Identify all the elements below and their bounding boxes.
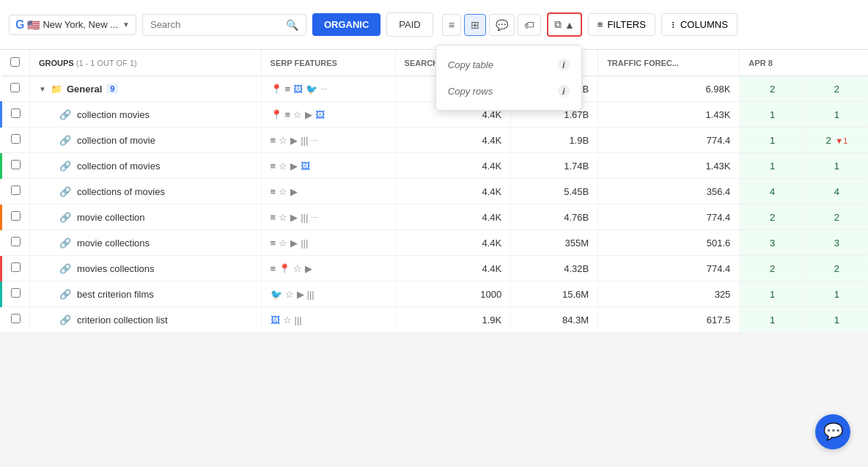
row-serp-cell: ≡📍☆▶: [261, 256, 395, 282]
row-keyword-cell: 🔗 movies collections: [30, 256, 262, 282]
keyword-link-icon[interactable]: 🔗: [59, 315, 71, 326]
row-checkbox[interactable]: [11, 160, 21, 169]
header-groups: GROUPS (1 - 1 OUT OF 1): [30, 50, 262, 76]
keyword-link-icon[interactable]: 🔗: [59, 263, 71, 274]
copy-rows-item[interactable]: Copy rows i: [436, 78, 581, 104]
row-checkbox-cell: [1, 282, 30, 307]
serp-star-icon: ☆: [293, 263, 302, 274]
toolbar: G 🇺🇸 New York, New ... ▼ 🔍 ORGANIC PAID …: [0, 0, 868, 50]
row-vol-cell: 4.4K: [395, 153, 511, 179]
filters-button[interactable]: ≡ FILTERS: [588, 13, 655, 36]
row-serp-cell: ≡☆▶🖼: [261, 153, 395, 179]
table-row: 🔗 collection of movie ≡☆▶|||··· 4.4K 1.9…: [1, 128, 869, 153]
group-serp-twitter-icon: 🐦: [306, 84, 317, 95]
tag-view-button[interactable]: 🏷: [518, 14, 541, 36]
search-box: 🔍: [142, 14, 306, 36]
serp-youtube-icon: ▶: [290, 135, 298, 146]
expand-icon[interactable]: ▼: [39, 85, 46, 93]
paid-button[interactable]: PAID: [386, 12, 433, 37]
row-checkbox-cell: [1, 256, 30, 282]
copy-table-info-icon: i: [558, 59, 570, 70]
header-apr8: APR 8: [740, 50, 806, 76]
row-results-cell: 4.76B: [511, 205, 598, 230]
row-serp-cell: 📍≡☆▶🖼: [261, 102, 395, 128]
group-count-badge: 9: [106, 84, 118, 94]
row-checkbox[interactable]: [11, 134, 21, 144]
card-view-button[interactable]: 💬: [489, 14, 515, 36]
keyword-link-icon[interactable]: 🔗: [59, 186, 71, 197]
organic-button[interactable]: ORGANIC: [312, 13, 380, 36]
row-checkbox-cell: [1, 153, 30, 179]
location-selector[interactable]: G 🇺🇸 New York, New ... ▼: [9, 15, 136, 35]
keyword-link-icon[interactable]: 🔗: [59, 135, 71, 146]
group-checkbox-cell: [1, 76, 30, 102]
row-apr-cell: 1: [740, 153, 806, 179]
copy-chevron-icon: ▲: [564, 19, 575, 31]
change-indicator: ▼1: [835, 136, 847, 145]
keyword-link-icon[interactable]: 🔗: [59, 289, 71, 300]
row-traffic-cell: 325: [598, 282, 740, 307]
serp-more-icon: ···: [311, 213, 317, 221]
row-apr-cell: 3: [740, 230, 806, 256]
group-row: ▼ 📁 General 9 📍 ≡ 🖼 🐦 ··· 33.7K 2.25B 6.…: [1, 76, 869, 102]
header-serp-features: SERP FEATURES: [261, 50, 395, 76]
row-checkbox[interactable]: [11, 262, 21, 272]
row-checkbox[interactable]: [11, 314, 21, 323]
main-table-container: GROUPS (1 - 1 OUT OF 1) SERP FEATURES SE…: [0, 50, 868, 333]
row-checkbox[interactable]: [11, 237, 21, 246]
row-vol-cell: 1000: [395, 282, 511, 307]
columns-button[interactable]: ⫶ COLUMNS: [661, 13, 738, 36]
group-apr-cell: 2: [740, 76, 806, 102]
serp-image-icon: 🖼: [301, 161, 310, 172]
header-traffic-forecast: TRAFFIC FOREC...: [598, 50, 740, 76]
select-all-checkbox[interactable]: [10, 57, 20, 67]
keyword-text: collections of movies: [77, 186, 165, 197]
row-results-cell: 15.6M: [511, 282, 598, 307]
copy-icon: ⧉: [554, 18, 562, 31]
serp-star-icon: ☆: [283, 315, 292, 326]
row-results-cell: 1.9B: [511, 128, 598, 153]
serp-pin-icon: 📍: [271, 109, 282, 120]
table-row: 🔗 movies collections ≡📍☆▶ 4.4K 4.32B 774…: [1, 256, 869, 282]
copy-button[interactable]: ⧉ ▲: [547, 12, 582, 37]
table-row: 🔗 collection movies 📍≡☆▶🖼 4.4K 1.67B 1.4…: [1, 102, 869, 128]
row-checkbox[interactable]: [11, 288, 21, 298]
row-checkbox-cell: [1, 205, 30, 230]
row-serp-cell: ≡☆▶: [261, 179, 395, 205]
row-apr-cell: 1: [740, 102, 806, 128]
row-keyword-cell: 🔗 movie collections: [30, 230, 262, 256]
grid-view-button[interactable]: ⊞: [464, 14, 486, 36]
list-view-button[interactable]: ≡: [442, 14, 461, 36]
keyword-link-icon[interactable]: 🔗: [59, 212, 71, 223]
keyword-link-icon[interactable]: 🔗: [59, 161, 71, 172]
copy-rows-info-icon: i: [558, 85, 570, 97]
group-apr-prev-cell: 2: [805, 76, 868, 102]
keyword-link-icon[interactable]: 🔗: [59, 238, 71, 249]
row-vol-cell: 4.4K: [395, 128, 511, 153]
serp-star-icon: ☆: [293, 109, 302, 120]
keyword-text: criterion collection list: [77, 315, 168, 326]
group-checkbox[interactable]: [10, 83, 20, 92]
group-name-cell: ▼ 📁 General 9: [30, 76, 262, 102]
serp-youtube-icon: ▶: [297, 289, 304, 300]
row-checkbox[interactable]: [11, 185, 21, 195]
group-traffic-cell: 6.98K: [598, 76, 740, 102]
keyword-link-icon[interactable]: 🔗: [59, 109, 71, 120]
search-input[interactable]: [150, 19, 286, 30]
group-serp-pin-icon: 📍: [271, 84, 282, 95]
row-checkbox[interactable]: [11, 109, 21, 118]
row-apr-cell: 1: [740, 307, 806, 333]
copy-table-item[interactable]: Copy table i: [436, 51, 581, 78]
row-keyword-cell: 🔗 collections of movies: [30, 179, 262, 205]
group-name-text: General: [67, 84, 102, 95]
row-checkbox[interactable]: [11, 211, 21, 221]
serp-list-icon: ≡: [271, 135, 276, 146]
serp-star-icon: ☆: [279, 161, 287, 172]
serp-list-icon: ≡: [285, 109, 291, 120]
serp-youtube-icon: ▶: [290, 212, 298, 223]
serp-youtube-icon: ▶: [290, 161, 298, 172]
keyword-text: best criterion films: [77, 289, 154, 300]
row-vol-cell: 4.4K: [395, 205, 511, 230]
group-serp-cell: 📍 ≡ 🖼 🐦 ···: [261, 76, 395, 102]
row-traffic-cell: 1.43K: [598, 153, 740, 179]
